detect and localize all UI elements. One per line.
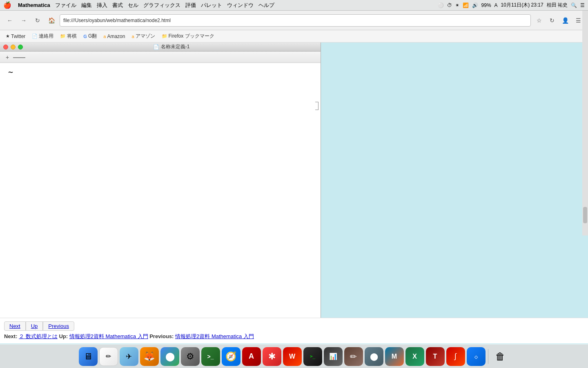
menu-help[interactable]: ヘルプ (258, 2, 274, 9)
texshop-icon: T (433, 353, 437, 360)
chrome-icon: ⬤ (165, 352, 174, 361)
username: 桂田 祐史 (547, 2, 568, 9)
close-button[interactable] (3, 45, 8, 49)
previous-link[interactable]: 情報処理2資料 Mathematica 入門 (175, 333, 254, 339)
menu-edit[interactable]: 編集 (81, 2, 92, 9)
sync-button[interactable]: ↻ (546, 15, 558, 26)
keyboard-icon[interactable]: A (494, 2, 498, 8)
dock-item-trash[interactable]: 🗑 (491, 347, 510, 366)
menubar-right: ⚪ ⏱ ✴ 📶 🔊 99% A 10月11日(木) 23:17 桂田 祐史 🔍 … (438, 2, 585, 9)
up-link[interactable]: 情報処理2資料 Mathematica 入門 (69, 333, 148, 339)
dock-item-texshop[interactable]: T (426, 347, 445, 366)
dock-item-acrobat[interactable]: A (242, 347, 261, 366)
scrollbar[interactable] (582, 43, 588, 236)
tab-previous[interactable]: Previous (43, 321, 74, 331)
wifi-icon[interactable]: 📶 (463, 2, 469, 8)
app-name[interactable]: Mathematica (18, 2, 50, 8)
istat-icon: 📊 (329, 352, 337, 360)
notebook-content[interactable]: ∼ (0, 63, 321, 326)
gtrans-bookmark-label: G翻 (88, 33, 97, 40)
volume-icon[interactable]: 🔊 (472, 2, 478, 8)
menu-evaluate[interactable]: 評価 (185, 2, 196, 9)
ff-folder-label: Firefox ブックマーク (169, 33, 214, 40)
dock-item-firefox[interactable]: 🦊 (140, 347, 159, 366)
forward-button[interactable]: → (18, 15, 29, 26)
firefox-icon: 🦊 (144, 351, 155, 362)
amazon-jp-icon: a (131, 34, 134, 39)
notification-icon[interactable]: ☰ (580, 2, 585, 8)
bookmarks-bar: ★ Twitter 📄 連絡用 📁 将棋 G G翻 a Amazon a アマゾ… (0, 30, 588, 43)
dock-item-app2[interactable]: ⬤ (365, 347, 383, 366)
dock-item-aeroplugins[interactable]: ✈ (120, 347, 138, 366)
excel-icon: X (412, 353, 417, 360)
previous-label: Previous: (149, 333, 174, 339)
bookmark-amazon-jp[interactable]: a アマゾン (129, 32, 157, 40)
dock-item-istat[interactable]: 📊 (324, 347, 343, 366)
window-titlebar: 📄 名称未定義-1 (0, 43, 321, 52)
firefox-toolbar: ← → ↻ 🏠 file:///Users/oyabun/web/mathema… (0, 11, 588, 30)
dock-item-xcode[interactable]: ⬦ (467, 347, 486, 366)
dock-item-excel[interactable]: X (405, 347, 424, 366)
dock-item-textedit[interactable]: ✏ (99, 347, 118, 366)
twitter-bookmark-label: Twitter (11, 34, 25, 39)
tab-up[interactable]: Up (26, 321, 43, 331)
menu-cell[interactable]: セル (128, 2, 138, 9)
menu-palette[interactable]: パレット (201, 2, 222, 9)
dock-item-iterm[interactable]: >_ (201, 347, 220, 366)
menu-file[interactable]: ファイル (55, 2, 76, 9)
menu-insert[interactable]: 挿入 (97, 2, 107, 9)
scrollbar-thumb[interactable] (583, 207, 587, 223)
dock-item-wolfram[interactable]: W (283, 347, 302, 366)
bookmark-gtranslate[interactable]: G G翻 (81, 32, 99, 40)
dock-item-mathematica[interactable]: ∫ (446, 347, 465, 366)
battery-status: 99% (481, 2, 491, 8)
next-link[interactable]: ２ 数式処理とは (19, 333, 58, 339)
zoom-button[interactable] (18, 45, 23, 49)
nav-description: Next: ２ 数式処理とは Up: 情報処理2資料 Mathematica 入… (4, 332, 584, 341)
back-button[interactable]: ← (4, 15, 16, 26)
dock-item-safari[interactable]: 🧭 (222, 347, 241, 366)
dock-item-app1[interactable]: ✏ (344, 347, 363, 366)
apple-menu[interactable]: 🍎 (3, 1, 11, 9)
dock-item-chrome[interactable]: ⬤ (160, 347, 179, 366)
menubar: 🍎 Mathematica ファイル 編集 挿入 書式 セル グラフィックス 評… (0, 0, 588, 11)
dock-item-matlab[interactable]: M (385, 347, 404, 366)
menu-format[interactable]: 書式 (112, 2, 123, 9)
time-machine-icon[interactable]: ⏱ (447, 2, 452, 8)
bookmark-firefox-folder[interactable]: 📁 Firefox ブックマーク (159, 32, 217, 40)
input-cell: ∼ (8, 67, 312, 77)
refresh-button[interactable]: ↻ (32, 15, 43, 26)
dock-item-terminal[interactable]: >_ (303, 347, 322, 366)
xcode-icon: ⬦ (474, 352, 479, 361)
dock-item-systemprefs[interactable]: ⚙ (181, 347, 200, 366)
twitter-bookmark-icon: ★ (6, 34, 10, 39)
menu-window[interactable]: ウィンドウ (227, 2, 254, 9)
sysprefs-icon: ⚙ (186, 351, 194, 362)
menu-graphics[interactable]: グラフィックス (143, 2, 180, 9)
dock-item-finder[interactable]: 🖥 (79, 347, 98, 366)
bluetooth-icon[interactable]: ✴ (455, 2, 459, 8)
nav-tabs: Next Up Previous (4, 321, 584, 331)
mathematica-dock-icon: ∫ (454, 352, 457, 361)
add-cell-button[interactable]: + (3, 53, 11, 61)
url-bar[interactable]: file:///Users/oyabun/web/mathematica/nod… (60, 14, 531, 27)
siri-icon[interactable]: ⚪ (438, 2, 444, 8)
tab-next[interactable]: Next (4, 321, 26, 331)
minimize-button[interactable] (11, 45, 16, 49)
shogi-bookmark-icon: 📁 (60, 34, 66, 39)
contact-bookmark-icon: 📄 (32, 34, 38, 39)
account-button[interactable]: 👤 (559, 15, 571, 26)
bookmark-contact[interactable]: 📄 連絡用 (29, 32, 56, 40)
bookmark-shogi[interactable]: 📁 将棋 (58, 32, 79, 40)
home-button[interactable]: 🏠 (46, 15, 57, 26)
dock-item-redapp[interactable]: ✱ (263, 347, 281, 366)
bookmark-amazon-en[interactable]: a Amazon (101, 33, 127, 40)
bookmark-twitter[interactable]: ★ Twitter (3, 33, 28, 40)
dock-separator (488, 349, 488, 364)
bookmark-button[interactable]: ☆ (533, 15, 545, 26)
search-icon[interactable]: 🔍 (571, 2, 577, 8)
cell-bracket (315, 102, 318, 110)
amazon-jp-label: アマゾン (136, 33, 155, 40)
bottom-navigation-section: Next Up Previous Next: ２ 数式処理とは Up: 情報処理… (0, 318, 588, 344)
safari-icon: 🧭 (225, 351, 236, 362)
